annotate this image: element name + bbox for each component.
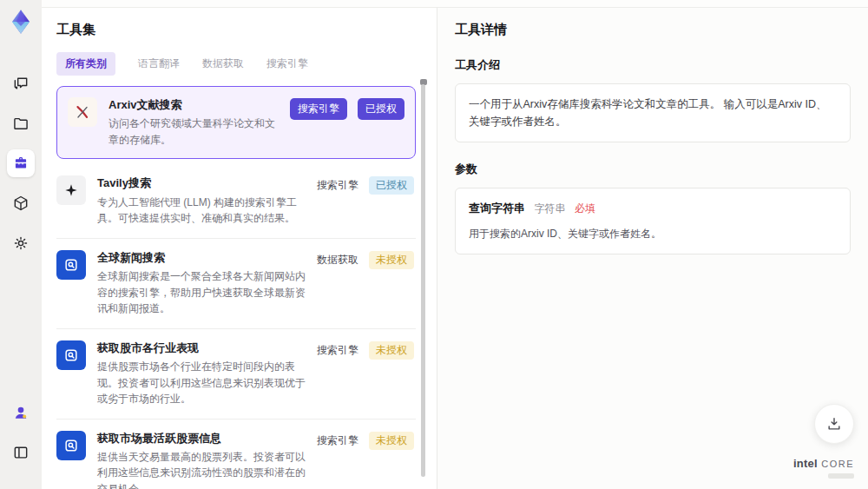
package-icon xyxy=(12,195,30,212)
category-label: 搜索引擎 xyxy=(317,343,358,358)
tool-description: 访问各个研究领域大量科学论文和文章的存储库。 xyxy=(108,116,281,148)
tool-name: Tavily搜索 xyxy=(97,175,308,191)
arxiv-logo-icon xyxy=(68,97,97,127)
scrollbar-track[interactable] xyxy=(421,84,425,477)
parameter-type: 字符串 xyxy=(534,202,565,215)
app-window: 工具集 所有类别 语言翻译 数据获取 搜索引擎 Arxiv文献搜索 访问各个研究… xyxy=(0,0,868,489)
parameter-name: 查询字符串 xyxy=(469,202,525,215)
tool-description: 提供当天交易量最高的股票列表。投资者可以利用这些信息来识别流动性强的股票和潜在的… xyxy=(97,449,308,489)
page-title: 工具集 xyxy=(56,22,416,38)
download-button[interactable] xyxy=(814,404,854,444)
parameter-description: 用于搜索的Arxiv ID、关键字或作者姓名。 xyxy=(469,226,837,242)
tavily-sparkle-icon xyxy=(56,175,86,205)
brand-intel: intel xyxy=(793,457,818,470)
tool-detail-panel: 工具详情 工具介绍 一个用于从Arxiv存储库搜索科学论文和文章的工具。 输入可… xyxy=(437,8,868,489)
parameter-required-flag: 必填 xyxy=(575,202,595,215)
collapse-panel-icon xyxy=(12,444,30,461)
status-badge: 未授权 xyxy=(369,341,414,360)
download-icon xyxy=(825,415,843,433)
tool-description: 提供股票市场各个行业在特定时间段内的表现。投资者可以利用这些信息来识别表现优于或… xyxy=(97,359,308,407)
active-stocks-icon xyxy=(56,431,86,460)
news-search-icon xyxy=(56,250,86,280)
intel-core-logo: intel CORE xyxy=(793,455,854,479)
tool-card-global-news[interactable]: 全球新闻搜索 全球新闻搜索是一个聚合全球各大新闻网站内容的搜索引擎，帮助用户快速… xyxy=(56,239,416,329)
sidebar-item-chat[interactable] xyxy=(7,69,35,97)
intro-heading: 工具介绍 xyxy=(455,57,851,73)
tool-description: 全球新闻搜索是一个聚合全球各大新闻网站内容的搜索引擎，帮助用户快速获取全球最新资… xyxy=(97,268,308,317)
sidebar-item-files[interactable] xyxy=(7,109,35,137)
parameter-box: 查询字符串 字符串 必填 用于搜索的Arxiv ID、关键字或作者姓名。 xyxy=(455,188,851,254)
category-tabs: 所有类别 语言翻译 数据获取 搜索引擎 xyxy=(56,52,416,76)
tools-list-panel: 工具集 所有类别 语言翻译 数据获取 搜索引擎 Arxiv文献搜索 访问各个研究… xyxy=(42,8,437,489)
brand-core: CORE xyxy=(821,459,854,469)
tool-name: 获取股市各行业表现 xyxy=(97,340,308,356)
tool-name: Arxiv文献搜索 xyxy=(108,97,281,113)
category-label: 搜索引擎 xyxy=(317,178,358,193)
category-badge: 搜索引擎 xyxy=(290,98,347,120)
params-heading: 参数 xyxy=(455,162,851,177)
detail-panel-title: 工具详情 xyxy=(455,22,851,38)
status-badge: 已授权 xyxy=(369,176,414,195)
category-label: 搜索引擎 xyxy=(317,433,358,448)
sidebar-item-account[interactable] xyxy=(7,399,35,426)
avatar-icon xyxy=(12,404,30,421)
status-badge: 已授权 xyxy=(358,98,404,120)
tool-description: 专为人工智能代理 (LLM) 构建的搜索引擎工具。可快速提供实时、准确和真实的结… xyxy=(97,195,308,227)
tab-all-categories[interactable]: 所有类别 xyxy=(56,52,115,76)
tool-name: 全球新闻搜索 xyxy=(97,250,308,266)
tool-intro-text: 一个用于从Arxiv存储库搜索科学论文和文章的工具。 输入可以是Arxiv ID… xyxy=(469,98,827,128)
folder-icon xyxy=(12,115,30,132)
stock-sector-icon xyxy=(56,340,86,370)
left-sidebar xyxy=(0,0,42,489)
tool-card-arxiv[interactable]: Arxiv文献搜索 访问各个研究领域大量科学论文和文章的存储库。 搜索引擎 已授… xyxy=(56,86,416,159)
tool-name: 获取市场最活跃股票信息 xyxy=(97,431,308,446)
tab-search-engine[interactable]: 搜索引擎 xyxy=(266,52,308,76)
tool-intro-box: 一个用于从Arxiv存储库搜索科学论文和文章的工具。 输入可以是Arxiv ID… xyxy=(455,83,851,142)
category-label: 数据获取 xyxy=(317,253,358,268)
chat-icon xyxy=(12,75,30,92)
tool-card-active-stocks[interactable]: 获取市场最活跃股票信息 提供当天交易量最高的股票列表。投资者可以利用这些信息来识… xyxy=(56,420,416,489)
tool-card-tavily[interactable]: Tavily搜索 专为人工智能代理 (LLM) 构建的搜索引擎工具。可快速提供实… xyxy=(56,164,416,238)
status-badge: 未授权 xyxy=(369,432,414,450)
tab-data-fetch[interactable]: 数据获取 xyxy=(202,52,244,76)
sidebar-item-collapse[interactable] xyxy=(7,439,35,466)
sidebar-item-packages[interactable] xyxy=(7,189,35,217)
toolbox-icon xyxy=(12,155,30,172)
gear-icon xyxy=(12,235,30,252)
status-badge: 未授权 xyxy=(369,251,414,269)
tool-card-stock-sector[interactable]: 获取股市各行业表现 提供股票市场各个行业在特定时间段内的表现。投资者可以利用这些… xyxy=(56,329,416,420)
tab-language-translation[interactable]: 语言翻译 xyxy=(138,52,180,76)
sidebar-item-toolbox[interactable] xyxy=(7,149,35,177)
brand-sub-bar xyxy=(828,473,854,479)
app-logo xyxy=(8,9,34,35)
sidebar-item-settings[interactable] xyxy=(7,229,35,257)
